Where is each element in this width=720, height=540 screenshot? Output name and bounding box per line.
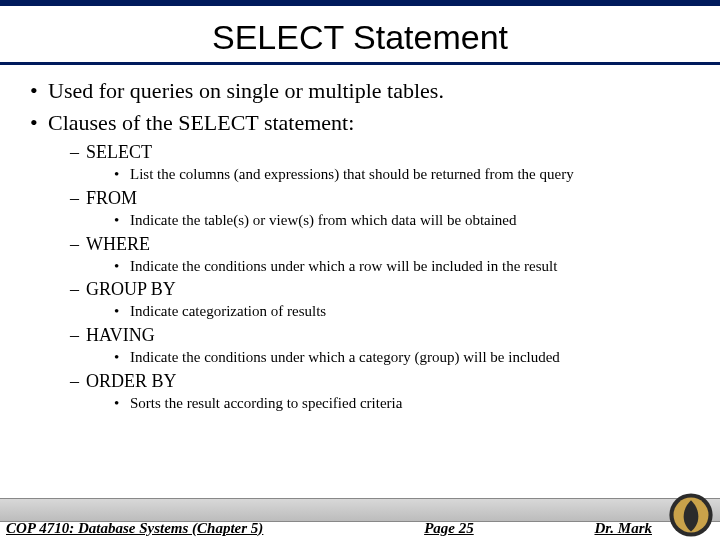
footer-course: COP 4710: Database Systems (Chapter 5) — [6, 520, 263, 537]
clause-orderby-desc: Sorts the result according to specified … — [30, 394, 700, 413]
clause-from-desc: Indicate the table(s) or view(s) from wh… — [30, 211, 700, 230]
top-accent-bar — [0, 0, 720, 6]
clause-having: HAVING — [30, 325, 700, 346]
clause-from: FROM — [30, 188, 700, 209]
slide: SELECT Statement Used for queries on sin… — [0, 0, 720, 540]
slide-body: Used for queries on single or multiple t… — [30, 78, 700, 417]
slide-title: SELECT Statement — [0, 18, 720, 57]
slide-footer: COP 4710: Database Systems (Chapter 5) P… — [0, 492, 720, 540]
clause-groupby: GROUP BY — [30, 279, 700, 300]
footer-row: COP 4710: Database Systems (Chapter 5) P… — [0, 518, 720, 540]
clause-having-desc: Indicate the conditions under which a ca… — [30, 348, 700, 367]
clause-select: SELECT — [30, 142, 700, 163]
bullet-level1: Clauses of the SELECT statement: — [30, 110, 700, 136]
ucf-seal-icon — [668, 492, 714, 538]
footer-page: Page 25 — [263, 520, 594, 537]
clause-orderby: ORDER BY — [30, 371, 700, 392]
clause-select-desc: List the columns (and expressions) that … — [30, 165, 700, 184]
bullet-level1: Used for queries on single or multiple t… — [30, 78, 700, 104]
title-underline — [0, 62, 720, 65]
clause-where: WHERE — [30, 234, 700, 255]
clause-groupby-desc: Indicate categorization of results — [30, 302, 700, 321]
clause-where-desc: Indicate the conditions under which a ro… — [30, 257, 700, 276]
